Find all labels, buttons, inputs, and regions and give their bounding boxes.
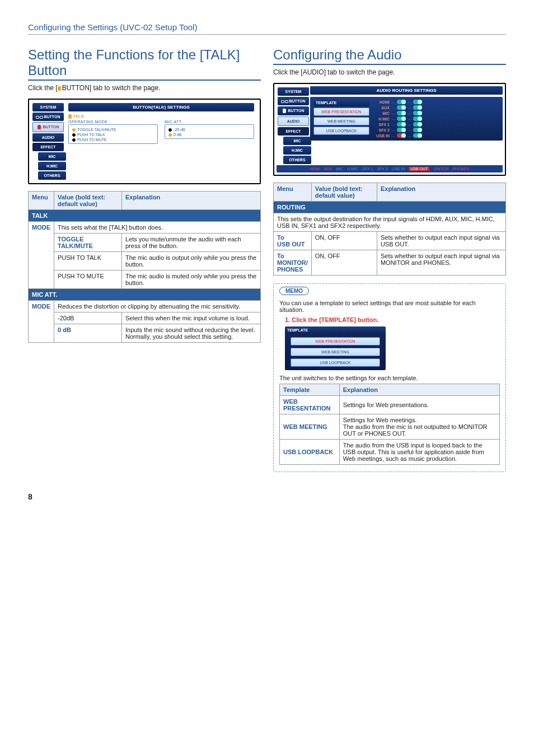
tmpl-v1: Settings for Web presentations. [339,396,499,414]
tmpl-k3: USB LOOPBACK [280,440,340,465]
tmpl-web-pres[interactable]: WEB PRESENTATION [313,108,369,116]
sidebar-audio[interactable]: AUDIO [278,116,309,126]
cell-val-push-talk: PUSH TO TALK [54,252,122,270]
th-menu: Menu [29,192,54,210]
cell-exp-toggle: Lets you mute/unmute the audio with each… [121,234,260,252]
audio-screenshot: SYSTEM BUTTON BUTTON AUDIO EFFECT MIC H.… [273,83,506,176]
cell-to-monitor: To MONITOR/ PHONES [274,250,312,276]
cell-exp-push-talk: The mic audio is output only while you p… [121,252,260,270]
page-number: 8 [28,492,506,501]
sidebar-hmic[interactable]: H.MIC [38,162,66,170]
talk-tag: TALK [73,114,85,119]
sidebar-button-1[interactable]: BUTTON [278,97,309,105]
toggle[interactable] [397,111,406,115]
sidebar-audio[interactable]: AUDIO [32,133,64,142]
route-row: SFX 2—— [375,127,499,133]
cell-mode-att: MODE [29,301,54,343]
tmpl-web-pres[interactable]: WEB PRESENTATION [291,337,380,346]
toggle[interactable] [413,133,422,138]
template-table: Template Explanation WEB PRESENTATION Se… [279,384,500,465]
toggle[interactable] [413,128,422,132]
sidebar-button-1[interactable]: BUTTON [32,113,64,121]
routing-desc: This sets the output destination for the… [274,213,506,232]
toggle[interactable] [397,122,406,127]
bar-talk: TALK [29,210,261,222]
toggle[interactable] [413,105,422,110]
tmpl-usb-loop[interactable]: USB LOOPBACK [291,358,380,367]
th-explanation: Explanation [339,384,499,396]
cell-val-20db: -20dB [54,312,122,324]
lead-audio: Click the [AUDIO] tab to switch the page… [273,68,506,76]
sidebar-system[interactable]: SYSTEM [32,103,64,111]
cell-exp-monitor: Sets whether to output each input signal… [377,250,505,276]
panel-title-audio: AUDIO ROUTING SETTINGS [310,86,503,95]
cell-val-monitor: ON, OFF [311,250,377,276]
th-explanation: Explanation [377,183,505,202]
toggle[interactable] [413,116,422,121]
sidebar-mic[interactable]: MIC [283,137,311,145]
att-opt-0[interactable]: 0 dB [168,132,250,137]
bar-routing: ROUTING [274,202,506,213]
memo-step: 1. Click the [TEMPLATE] button. [285,316,500,323]
template-head: TEMPLATE [313,99,369,106]
mic-att-label: MIC ATT. [165,120,254,124]
panel-title: BUTTON(TALK) SETTINGS [68,103,254,111]
tmpl-k1: WEB PRESENTATION [280,396,340,414]
sidebar-mic[interactable]: MIC [38,152,66,161]
cell-exp-push-mute: The mic audio is muted only while you pr… [121,270,260,289]
toggle[interactable] [397,116,406,121]
memo-box: MEMO You can use a template to select se… [273,283,506,472]
toggle[interactable] [397,133,406,138]
cell-to-usb: To USB OUT [274,232,312,250]
sidebar-system[interactable]: SYSTEM [278,87,309,96]
toggle[interactable] [397,105,406,110]
section-title-audio: Configuring the Audio [273,47,506,65]
sidebar-effect[interactable]: EFFECT [278,127,309,136]
template-mini-shot: TEMPLATE WEB PRESENTATION WEB MEETING US… [285,326,386,370]
tmpl-v2: Settings for Web meetings. The audio fro… [339,414,499,440]
route-bottom-bar: HDMI AUX MIC H.MIC SFX 1 SFX 2 USB IN US… [277,165,503,172]
route-row: H.MIC—— [375,116,499,122]
op-opt-toggle[interactable]: TOGGLE TALK/MUTE [72,127,154,132]
cell-val-push-mute: PUSH TO MUTE [54,270,122,289]
cell-exp-20db: Select this when the mic input volume is… [121,312,260,324]
cell-att-desc: Reduces the distortion or clipping by at… [54,301,261,312]
route-row: AUX—— [375,105,499,110]
bar-mic-att: MIC ATT. [29,289,261,301]
sidebar-others[interactable]: OTHERS [283,156,311,164]
cell-val-toggle: TOGGLE TALK/MUTE [54,234,122,252]
talk-spec-table: Menu Value (bold text: default value) Ex… [28,191,261,343]
att-opt-20[interactable]: -20 dB [168,127,250,132]
toggle[interactable] [397,128,406,132]
toggle[interactable] [413,122,422,127]
toggle[interactable] [413,100,422,104]
th-value: Value (bold text: default value) [311,183,377,202]
tmpl-web-meet[interactable]: WEB MEETING [313,117,369,125]
cell-mode: MODE [29,222,54,289]
cell-val-0db: 0 dB [54,324,122,343]
lead-talk: Click the [BUTTON] tab to switch the pag… [28,84,261,92]
sidebar-button-2[interactable]: BUTTON [32,122,64,132]
mic-icon [68,114,72,119]
section-title-talk: Setting the Functions for the [TALK] But… [28,47,261,81]
op-opt-push-talk[interactable]: PUSH TO TALK [72,132,154,137]
toggle[interactable] [397,100,406,104]
sidebar-button-2[interactable]: BUTTON [278,106,309,115]
cell-val-usb: ON, OFF [311,232,377,250]
sidebar-hmic[interactable]: H.MIC [283,146,311,155]
page-header: Configuring the Settings (UVC-02 Setup T… [28,22,506,35]
tmpl-web-meet[interactable]: WEB MEETING [291,348,380,356]
sidebar-effect[interactable]: EFFECT [32,143,64,151]
tmpl-usb-loop[interactable]: USB LOOPBACK [313,127,369,135]
op-opt-push-mute[interactable]: PUSH TO MUTE [72,137,154,142]
sidebar-others[interactable]: OTHERS [38,171,66,180]
audio-spec-table: Menu Value (bold text: default value) Ex… [273,183,506,276]
toggle[interactable] [413,111,422,115]
cell-exp-usb: Sets whether to output each input signal… [377,232,505,250]
talk-screenshot: SYSTEM BUTTON BUTTON AUDIO EFFECT MIC H.… [28,99,261,184]
mic-icon [58,86,61,91]
th-value: Value (bold text: default value) [54,192,122,210]
route-row: SFX 1—— [375,122,499,127]
route-row: MIC—— [375,110,499,116]
op-mode-label: OPERATING MODE [68,120,158,124]
